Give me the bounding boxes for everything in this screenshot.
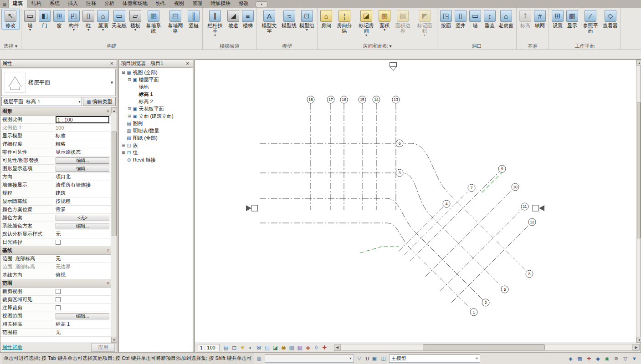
edit-button[interactable]: 编辑... xyxy=(56,313,109,319)
dropdown-arrow-icon[interactable]: ▾ xyxy=(102,28,104,32)
drawing-area[interactable]: 181716151413639710411128521 xyxy=(195,60,636,343)
property-value[interactable]: 无 xyxy=(54,255,111,263)
tree-item-6[interactable]: ⊞▣立面 (建筑立面) xyxy=(119,112,193,120)
tree-item-4[interactable]: 标高 2 xyxy=(119,98,193,105)
apply-button[interactable]: 应用 xyxy=(91,343,115,352)
expand-icon[interactable]: ⊞ xyxy=(121,150,126,155)
property-value[interactable]: 项目北 xyxy=(54,173,111,181)
select-underlay-icon[interactable]: ▦ xyxy=(576,354,584,362)
property-value[interactable] xyxy=(54,304,111,312)
dropdown-arrow-icon[interactable]: ▾ xyxy=(87,28,89,32)
property-section-header[interactable]: 基线« xyxy=(0,247,111,255)
property-value[interactable]: 粗略 xyxy=(54,140,111,148)
project-browser-header[interactable]: 项目浏览器 - 项目1 ✕ xyxy=(119,60,193,68)
edit-button[interactable]: 编辑... xyxy=(56,223,109,229)
dropdown-arrow-icon[interactable]: ▾ xyxy=(73,28,75,32)
grid-line-diagonal[interactable] xyxy=(440,209,522,291)
grid-line-diagonal[interactable] xyxy=(451,225,529,303)
dropdown-arrow-icon[interactable]: ▾ xyxy=(134,28,136,32)
collapse-icon[interactable]: ⊟ xyxy=(127,77,132,82)
displacement-sets-icon[interactable]: ◊ xyxy=(313,344,320,351)
property-value[interactable] xyxy=(54,296,111,303)
ribbon-button-5-4[interactable]: ⌂老虎窗 xyxy=(497,9,515,30)
collapse-chevron-icon[interactable]: « xyxy=(105,110,110,113)
ribbon-button-1-1[interactable]: ◧门 xyxy=(37,9,52,30)
ribbon-button-0-0[interactable]: ↖修改 xyxy=(1,9,20,30)
ribbon-tab-4[interactable]: 插入 xyxy=(64,0,82,8)
design-option-combo[interactable]: 主模型 ▾ xyxy=(389,354,480,363)
ribbon-button-1-6[interactable]: ▭天花板 xyxy=(110,9,128,30)
show-crop-region-icon[interactable]: ◱ xyxy=(263,344,271,351)
select-by-face-icon[interactable]: ◆ xyxy=(594,354,602,362)
ribbon-tab-8[interactable]: 协作 xyxy=(152,0,170,8)
temporary-view-properties-icon[interactable]: ▧ xyxy=(296,344,304,351)
ribbon-tab-7[interactable]: 体量和场地 xyxy=(118,0,152,8)
property-value[interactable]: 标准 xyxy=(54,132,111,140)
ribbon-button-7-2[interactable]: ∕参照平面 xyxy=(579,9,601,35)
right-elevation-marker[interactable] xyxy=(533,205,544,211)
ribbon-tab-11[interactable]: 附加模块 xyxy=(206,0,235,8)
dropdown-arrow-icon[interactable]: ▾ xyxy=(365,34,367,37)
visual-style-icon[interactable]: ◻ xyxy=(231,344,238,351)
ribbon-tab-5[interactable]: 注释 xyxy=(82,0,100,8)
grid-line-curved[interactable] xyxy=(260,143,527,271)
scroll-down-arrow-icon[interactable]: ▼ xyxy=(636,337,641,343)
property-value[interactable]: 按规程 xyxy=(54,197,111,205)
scroll-down-arrow-icon[interactable]: ▼ xyxy=(111,337,117,343)
filter-icon[interactable]: ▽ xyxy=(356,355,363,361)
background-processes-icon[interactable]: ⚙ xyxy=(612,354,620,362)
tree-item-0[interactable]: ⊟▦视图 (全部) xyxy=(119,69,193,76)
property-section-header[interactable]: 范围« xyxy=(0,279,111,288)
edit-button[interactable]: 编辑... xyxy=(56,157,109,164)
ribbon-button-5-0[interactable]: ◳按面 xyxy=(439,9,453,30)
dropdown-arrow-icon[interactable]: ▾ xyxy=(306,28,308,32)
property-value[interactable]: 清理所有墙连接 xyxy=(54,181,111,189)
expand-icon[interactable]: ⊞ xyxy=(127,106,132,111)
sun-path-icon[interactable]: ☀ xyxy=(239,344,246,351)
ribbon-button-3-2[interactable]: ⊡模型组▾ xyxy=(298,9,316,33)
properties-scrollbar[interactable]: ▲ ▼ xyxy=(111,107,117,343)
reveal-constraints-icon[interactable]: ✚ xyxy=(321,344,328,351)
grid-line-diagonal[interactable] xyxy=(404,191,469,255)
worksharing-display-icon[interactable]: ▥ xyxy=(288,344,296,351)
ribbon-button-1-9[interactable]: ▤幕墙网格 xyxy=(164,9,186,35)
ribbon-button-1-0[interactable]: ▭墙▾ xyxy=(23,9,37,33)
edit-button[interactable]: 编辑... xyxy=(56,166,109,172)
filter-count-icon[interactable]: ▽ xyxy=(621,354,629,362)
checkbox[interactable] xyxy=(56,289,61,294)
scroll-left-arrow-icon[interactable]: ◀ xyxy=(334,344,341,351)
ribbon-button-7-3[interactable]: ◇查看器 xyxy=(601,9,619,30)
type-selector[interactable]: 楼层平面 ▾ xyxy=(1,69,116,96)
ribbon-button-1-2[interactable]: ⊞窗 xyxy=(52,9,67,30)
value-input[interactable]: 1 : 100 xyxy=(56,116,109,123)
design-options-icon[interactable]: ◫ xyxy=(380,355,387,361)
ribbon-button-2-1[interactable]: ◢坡道 xyxy=(226,9,241,30)
scroll-up-arrow-icon[interactable]: ▲ xyxy=(111,107,117,113)
dropdown-arrow-icon[interactable]: ▾ xyxy=(424,34,426,37)
collapse-chevron-icon[interactable]: « xyxy=(105,249,110,252)
scrollbar-thumb[interactable] xyxy=(112,131,117,236)
tree-item-8[interactable]: ▥明细表/数量 xyxy=(119,127,193,134)
workset-combo[interactable]: ▾ xyxy=(265,354,354,363)
tree-item-12[interactable]: ⊕Revit 链接 xyxy=(119,156,193,163)
reveal-hidden-elements-icon[interactable]: ◉ xyxy=(280,344,287,351)
scroll-up-arrow-icon[interactable]: ▲ xyxy=(636,60,641,66)
tree-item-2[interactable]: 场地 xyxy=(119,83,193,91)
property-value[interactable]: 编辑... xyxy=(54,165,111,172)
scrollbar-track[interactable] xyxy=(341,344,633,351)
ribbon-button-1-4[interactable]: ▯柱▾ xyxy=(81,9,96,33)
property-value[interactable]: 编辑... xyxy=(54,312,111,320)
checkbox[interactable] xyxy=(56,305,61,310)
hide-analytical-model-icon[interactable]: ◈ xyxy=(304,344,312,351)
temporary-hide-isolate-icon[interactable]: ◪ xyxy=(272,344,279,351)
property-section-header[interactable]: 图形« xyxy=(0,107,111,116)
property-value[interactable]: 编辑... xyxy=(54,157,111,164)
section-marker[interactable] xyxy=(390,63,397,71)
property-value[interactable]: 1 : 100 xyxy=(54,116,111,123)
property-value[interactable]: 显示原状态 xyxy=(54,148,111,156)
reference-plane-line[interactable] xyxy=(482,172,503,192)
ribbon-tab-2[interactable]: 结构 xyxy=(27,0,46,8)
ribbon-button-4-2[interactable]: ◪标记房间▾ xyxy=(355,9,377,39)
ribbon-button-4-4[interactable]: ▧面积边界 xyxy=(392,9,414,35)
ribbon-button-3-0[interactable]: A模型文字 xyxy=(258,9,280,35)
